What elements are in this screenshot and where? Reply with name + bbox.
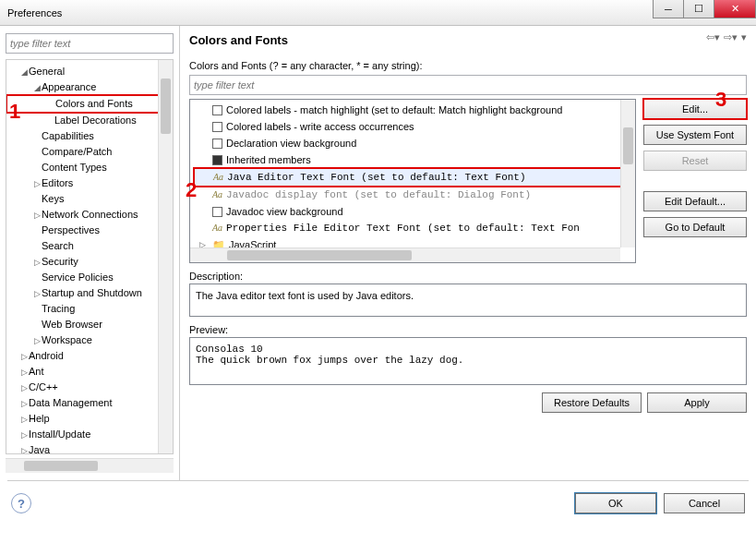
ok-button[interactable]: OK xyxy=(575,493,656,513)
reset-button[interactable]: Reset xyxy=(643,151,747,171)
item-properties-font[interactable]: AaProperties File Editor Text Font (set … xyxy=(194,220,631,236)
tree-ant[interactable]: ▷Ant xyxy=(6,364,173,380)
tree-data-mgmt[interactable]: ▷Data Management xyxy=(6,395,173,411)
tree-tracing[interactable]: ▸Tracing xyxy=(6,301,173,317)
footer: ? OK Cancel xyxy=(0,481,756,525)
nav-back-icon[interactable]: ⇦▾ xyxy=(706,31,720,43)
description-label: Description: xyxy=(189,271,747,282)
filter-hint: Colors and Fonts (? = any character, * =… xyxy=(189,60,747,71)
close-button[interactable]: ✕ xyxy=(714,0,756,18)
edit-button[interactable]: Edit... xyxy=(643,99,747,119)
tree-capabilities[interactable]: ▸Capabilities xyxy=(6,128,173,144)
item-decl-bg[interactable]: Declaration view background xyxy=(194,135,631,151)
apply-button[interactable]: Apply xyxy=(647,392,747,413)
tree-java[interactable]: ▷Java xyxy=(6,442,173,453)
nav-forward-icon[interactable]: ⇨▾ xyxy=(724,31,738,43)
title-bar: Preferences ─ ☐ ✕ xyxy=(0,0,756,26)
tree-security[interactable]: ▷Security xyxy=(6,254,173,270)
tree-service-policies[interactable]: ▸Service Policies xyxy=(6,270,173,285)
nav-menu-icon[interactable]: ▾ xyxy=(741,31,747,43)
fonts-horizontal-scrollbar[interactable] xyxy=(190,247,620,262)
fonts-vertical-scrollbar[interactable] xyxy=(620,100,635,247)
window-title: Preferences xyxy=(7,7,62,18)
sidebar: ◢General ◢Appearance ▸Colors and Fonts ▸… xyxy=(0,26,180,480)
help-icon[interactable]: ? xyxy=(11,493,31,513)
preferences-tree[interactable]: ◢General ◢Appearance ▸Colors and Fonts ▸… xyxy=(6,60,173,453)
tree-search[interactable]: ▸Search xyxy=(6,238,173,254)
tree-network[interactable]: ▷Network Connections xyxy=(6,207,173,223)
maximize-button[interactable]: ☐ xyxy=(683,0,714,18)
tree-workspace[interactable]: ▷Workspace xyxy=(6,332,173,348)
preview-label: Preview: xyxy=(189,324,747,335)
item-colored-highlight[interactable]: Colored labels - match highlight (set to… xyxy=(194,102,631,118)
item-java-editor-font[interactable]: AaJava Editor Text Font (set to default:… xyxy=(193,167,632,187)
item-colored-write[interactable]: Colored labels - write access occurrence… xyxy=(194,118,631,135)
tree-perspectives[interactable]: ▸Perspectives xyxy=(6,223,173,238)
panel-heading: Colors and Fonts xyxy=(189,33,747,47)
sidebar-filter-input[interactable] xyxy=(6,33,174,54)
fonts-tree[interactable]: Colored labels - match highlight (set to… xyxy=(189,99,636,263)
item-inherited[interactable]: Inherited members xyxy=(194,151,631,168)
sidebar-horizontal-scrollbar[interactable] xyxy=(6,458,174,473)
tree-colors-fonts[interactable]: ▸Colors and Fonts xyxy=(6,94,173,114)
nav-toolbar: ⇦▾ ⇨▾ ▾ xyxy=(706,31,747,43)
tree-general[interactable]: ◢General xyxy=(6,64,173,79)
description-box: The Java editor text font is used by Jav… xyxy=(189,284,747,317)
content-panel: ⇦▾ ⇨▾ ▾ Colors and Fonts Colors and Font… xyxy=(180,26,756,480)
edit-default-button[interactable]: Edit Default... xyxy=(643,191,747,211)
tree-label-decorations[interactable]: ▸Label Decorations xyxy=(6,113,173,128)
tree-help[interactable]: ▷Help xyxy=(6,411,173,427)
go-to-default-button[interactable]: Go to Default xyxy=(643,217,747,237)
tree-install[interactable]: ▷Install/Update xyxy=(6,427,173,442)
item-javadoc-bg[interactable]: Javadoc view background xyxy=(194,203,631,220)
restore-defaults-button[interactable]: Restore Defaults xyxy=(542,392,642,413)
tree-content-types[interactable]: ▸Content Types xyxy=(6,160,173,175)
tree-startup[interactable]: ▷Startup and Shutdown xyxy=(6,285,173,301)
preview-box: Consolas 10 The quick brown fox jumps ov… xyxy=(189,337,747,385)
tree-ccpp[interactable]: ▷C/C++ xyxy=(6,380,173,395)
tree-android[interactable]: ▷Android xyxy=(6,348,173,364)
tree-web-browser[interactable]: ▸Web Browser xyxy=(6,317,173,332)
cancel-button[interactable]: Cancel xyxy=(664,493,745,513)
item-javadoc-display[interactable]: AaJavadoc display font (set to default: … xyxy=(194,187,631,203)
tree-compare-patch[interactable]: ▸Compare/Patch xyxy=(6,144,173,160)
panel-filter-input[interactable] xyxy=(189,75,747,95)
tree-keys[interactable]: ▸Keys xyxy=(6,191,173,207)
minimize-button[interactable]: ─ xyxy=(653,0,684,18)
tree-appearance[interactable]: ◢Appearance xyxy=(6,79,173,95)
use-system-font-button[interactable]: Use System Font xyxy=(643,125,747,145)
tree-editors[interactable]: ▷Editors xyxy=(6,175,173,191)
sidebar-vertical-scrollbar[interactable] xyxy=(158,60,173,453)
